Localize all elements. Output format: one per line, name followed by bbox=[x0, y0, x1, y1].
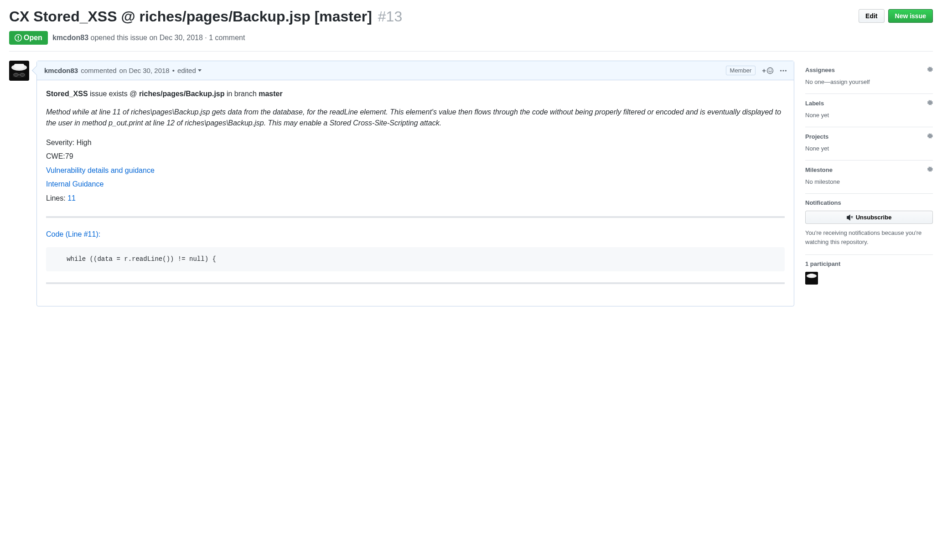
labels-value: None yet bbox=[805, 112, 933, 119]
issue-title: CX Stored_XSS @ riches/pages/Backup.jsp … bbox=[9, 7, 402, 26]
svg-point-8 bbox=[769, 69, 770, 70]
comment-author[interactable]: kmcdon83 bbox=[44, 67, 78, 74]
svg-point-15 bbox=[808, 274, 815, 277]
participants-header: 1 participant bbox=[805, 260, 933, 267]
milestone-value: No milestone bbox=[805, 178, 933, 185]
comment-body: Stored_XSS issue exists @ riches/pages/B… bbox=[37, 80, 794, 306]
avatar[interactable] bbox=[9, 61, 29, 81]
summary-vuln: Stored_XSS bbox=[46, 90, 88, 98]
issue-number: #13 bbox=[378, 8, 402, 25]
participant-avatar[interactable] bbox=[805, 272, 818, 285]
issue-meta: Open kmcdon83 opened this issue on Dec 3… bbox=[9, 31, 933, 52]
code-block: while ((data = r.readLine()) != null) { bbox=[46, 247, 785, 271]
edit-button[interactable]: Edit bbox=[859, 9, 884, 23]
comment-date[interactable]: on Dec 30, 2018 bbox=[119, 67, 170, 74]
svg-point-7 bbox=[767, 67, 773, 73]
gear-icon bbox=[926, 66, 933, 74]
code-line-link[interactable]: Code (Line #11): bbox=[46, 230, 100, 238]
comment-count: 1 comment bbox=[209, 34, 245, 41]
new-issue-button[interactable]: New issue bbox=[888, 9, 933, 23]
svg-point-5 bbox=[20, 73, 25, 77]
internal-guidance-link[interactable]: Internal Guidance bbox=[46, 180, 104, 188]
summary-path: riches/pages/Backup.jsp bbox=[139, 90, 225, 98]
svg-point-9 bbox=[771, 69, 772, 70]
svg-point-10 bbox=[780, 70, 782, 71]
vuln-details-link[interactable]: Vulnerability details and guidance bbox=[46, 166, 155, 174]
notifications-text: You're receiving notifications because y… bbox=[805, 228, 933, 246]
projects-header[interactable]: Projects bbox=[805, 133, 933, 140]
gear-icon bbox=[926, 133, 933, 140]
vuln-description: Method while at line 11 of riches\pages\… bbox=[46, 107, 785, 129]
state-text: Open bbox=[24, 34, 42, 42]
projects-value: None yet bbox=[805, 145, 933, 152]
cwe-line: CWE:79 bbox=[46, 150, 785, 163]
svg-rect-3 bbox=[14, 64, 24, 67]
divider bbox=[46, 216, 785, 218]
unsubscribe-button[interactable]: Unsubscribe bbox=[805, 211, 933, 224]
mute-icon bbox=[847, 214, 853, 221]
state-badge: Open bbox=[9, 31, 48, 45]
comment-action: commented bbox=[81, 67, 116, 74]
svg-point-4 bbox=[14, 73, 18, 77]
issue-title-text: CX Stored_XSS @ riches/pages/Backup.jsp … bbox=[9, 8, 372, 25]
comment-box: kmcdon83 commented on Dec 30, 2018 • edi… bbox=[36, 61, 794, 306]
role-badge: Member bbox=[726, 66, 756, 75]
labels-header[interactable]: Labels bbox=[805, 99, 933, 107]
assignees-value[interactable]: No one—assign yourself bbox=[805, 78, 933, 85]
edited-dropdown[interactable]: edited bbox=[177, 67, 202, 74]
lines-label: Lines: bbox=[46, 194, 67, 202]
svg-point-12 bbox=[785, 70, 787, 71]
gear-icon bbox=[926, 166, 933, 174]
assignees-header[interactable]: Assignees bbox=[805, 66, 933, 74]
notifications-header: Notifications bbox=[805, 199, 933, 206]
divider bbox=[46, 282, 785, 284]
gear-icon bbox=[926, 99, 933, 107]
issue-open-icon bbox=[15, 34, 22, 41]
lines-link[interactable]: 11 bbox=[67, 194, 76, 202]
issue-author[interactable]: kmcdon83 bbox=[52, 34, 88, 41]
comment-menu-button[interactable] bbox=[780, 67, 787, 74]
summary-branch: master bbox=[259, 90, 282, 98]
opened-text: opened this issue on Dec 30, 2018 bbox=[90, 34, 202, 41]
caret-down-icon bbox=[198, 69, 202, 72]
severity-line: Severity: High bbox=[46, 136, 785, 150]
svg-point-11 bbox=[782, 70, 784, 71]
milestone-header[interactable]: Milestone bbox=[805, 166, 933, 174]
add-reaction-button[interactable]: + bbox=[762, 67, 774, 74]
